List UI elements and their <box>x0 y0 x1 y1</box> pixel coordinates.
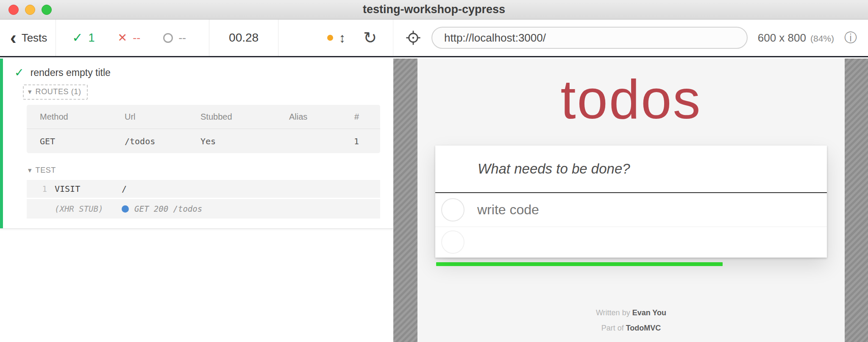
app-footer: Written by Evan You Part of TodoMVC <box>417 308 845 333</box>
test-stats: ✓ 1 ✕ -- -- <box>72 31 209 45</box>
back-to-tests-button[interactable]: ‹ Tests <box>10 31 56 45</box>
back-label: Tests <box>22 31 47 45</box>
command-visit[interactable]: 1 VISIT / <box>27 180 380 198</box>
progress-bar <box>436 262 723 266</box>
route-url: /todos <box>125 136 200 146</box>
viewport-scroll-button[interactable]: ↕ <box>327 31 346 45</box>
passed-count: 1 <box>88 31 95 45</box>
command-message: GET 200 /todos <box>134 204 202 213</box>
todoapp-card: write code <box>435 146 827 258</box>
column-url: Url <box>125 112 200 122</box>
viewport-scale: (84%) <box>810 34 834 44</box>
test-title-row[interactable]: ✓ renders empty title <box>0 67 393 78</box>
refresh-icon: ↻ <box>363 29 377 47</box>
refresh-button[interactable]: ↻ <box>363 30 377 46</box>
selector-playground-button[interactable] <box>405 30 421 46</box>
routes-table-row: GET /todos Yes 1 <box>27 129 380 153</box>
close-window-button[interactable] <box>8 5 19 15</box>
macos-titlebar: testing-workshop-cypress <box>0 0 868 20</box>
viewport-size: 600 x 800 <box>758 31 806 45</box>
route-stubbed: Yes <box>200 136 289 146</box>
command-name: (XHR STUB) <box>55 204 122 213</box>
test-result-block: ✓ renders empty title ▾ ROUTES (1) Metho… <box>0 59 393 229</box>
command-log: 1 VISIT / (XHR STUB) GET 200 /todos <box>27 180 380 219</box>
aut-panel: todos write code <box>393 59 868 342</box>
pending-circle-icon <box>163 33 173 43</box>
toolbar-divider <box>56 20 56 56</box>
routes-table: Method Url Stubbed Alias # GET /todos Ye… <box>27 105 380 153</box>
todo-item <box>435 227 827 258</box>
check-icon: ✓ <box>72 31 83 44</box>
orange-dot-icon <box>327 35 333 41</box>
xhr-indicator-dot-icon <box>122 205 129 213</box>
command-xhr-stub[interactable]: (XHR STUB) GET 200 /todos <box>27 199 380 219</box>
runner-toolbar: ‹ Tests ✓ 1 ✕ -- -- 00.28 <box>0 20 868 57</box>
minimize-window-button[interactable] <box>25 5 35 15</box>
test-title: renders empty title <box>31 67 111 78</box>
routes-section-toggle[interactable]: ▾ ROUTES (1) <box>23 84 88 100</box>
todo-label: write code <box>477 202 539 218</box>
cross-icon: ✕ <box>118 32 128 44</box>
column-stubbed: Stubbed <box>200 112 289 122</box>
command-message: / <box>122 184 127 194</box>
part-of-label: Part of <box>601 324 624 332</box>
progress-bar-track <box>435 262 827 266</box>
up-down-arrows-icon: ↕ <box>339 31 346 45</box>
route-method: GET <box>40 136 125 146</box>
aut-toolbar: 600 x 800 (84%) ⓘ <box>393 20 868 56</box>
url-input[interactable] <box>431 27 748 49</box>
todos-heading: todos <box>417 70 845 129</box>
test-duration: 00.28 <box>209 20 278 56</box>
command-name: VISIT <box>55 184 122 194</box>
pending-count: -- <box>178 31 186 45</box>
window-title: testing-workshop-cypress <box>0 3 868 16</box>
todo-list: write code <box>435 192 827 258</box>
test-section-toggle[interactable]: ▾ TEST <box>28 166 56 175</box>
chevron-left-icon: ‹ <box>10 31 17 45</box>
caret-down-icon: ▾ <box>28 167 32 174</box>
test-passed-check-icon: ✓ <box>14 67 24 78</box>
toolbar-divider <box>278 20 278 56</box>
caret-down-icon: ▾ <box>28 88 32 95</box>
failed-count: -- <box>133 31 140 45</box>
project-name[interactable]: TodoMVC <box>626 324 661 332</box>
route-count: 1 <box>353 136 359 146</box>
info-icon[interactable]: ⓘ <box>844 31 857 44</box>
new-todo-input[interactable] <box>435 146 827 192</box>
written-by-label: Written by <box>596 308 630 317</box>
todo-item: write code <box>435 193 827 227</box>
author-name[interactable]: Evan You <box>632 308 666 317</box>
todo-toggle-checkbox[interactable] <box>441 230 465 254</box>
routes-table-header: Method Url Stubbed Alias # <box>27 105 380 129</box>
routes-header-label: ROUTES (1) <box>36 87 81 96</box>
column-count: # <box>353 112 359 122</box>
fullscreen-window-button[interactable] <box>42 5 52 15</box>
footer-project-line: Part of TodoMVC <box>417 324 845 333</box>
crosshair-icon <box>405 30 421 46</box>
reporter-toolbar: ‹ Tests ✓ 1 ✕ -- -- 00.28 <box>0 20 393 56</box>
test-header-label: TEST <box>36 166 56 175</box>
stat-passed[interactable]: ✓ 1 <box>72 31 95 45</box>
aut-viewport: todos write code <box>417 59 845 342</box>
footer-author-line: Written by Evan You <box>417 308 845 317</box>
column-alias: Alias <box>289 112 353 122</box>
stat-failed[interactable]: ✕ -- <box>118 31 141 45</box>
runner-content: ✓ renders empty title ▾ ROUTES (1) Metho… <box>0 59 868 342</box>
todo-toggle-checkbox[interactable] <box>441 198 465 221</box>
window-controls <box>8 0 52 19</box>
command-number: 1 <box>35 184 47 193</box>
reporter-panel: ✓ renders empty title ▾ ROUTES (1) Metho… <box>0 59 393 342</box>
column-method: Method <box>40 112 125 122</box>
app-window: testing-workshop-cypress ‹ Tests ✓ 1 ✕ -… <box>0 0 868 342</box>
viewport-info: 600 x 800 (84%) <box>758 31 834 45</box>
stat-pending[interactable]: -- <box>163 31 186 45</box>
